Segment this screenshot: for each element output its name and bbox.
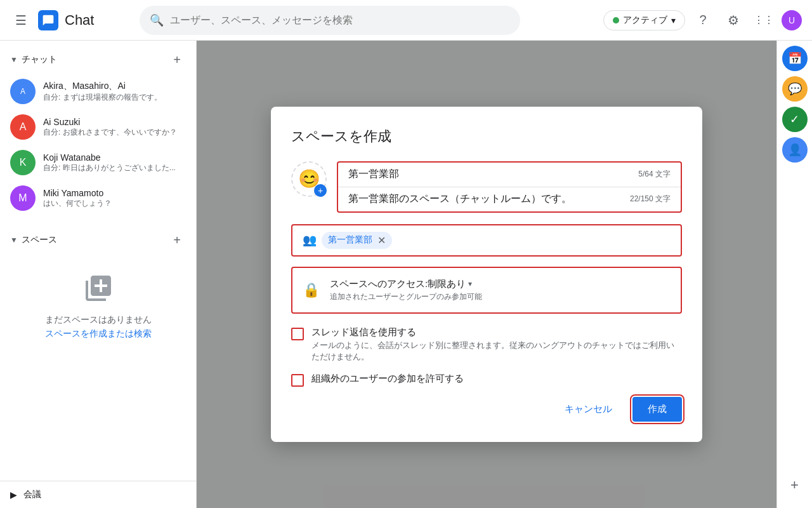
- access-sublabel: 追加されたユーザーとグループのみ参加可能: [330, 291, 671, 302]
- member-chip-label: 第一営業部: [328, 234, 372, 246]
- member-chip-remove-button[interactable]: ✕: [377, 234, 386, 246]
- menu-icon[interactable]: ☰: [10, 8, 32, 33]
- chat-info: Ai Suzuki 自分: お疲れさまです、今いいですか？: [43, 117, 186, 138]
- status-label: アクティブ: [623, 15, 667, 26]
- thread-replies-row: スレッド返信を使用する メールのように、会話がスレッド別に整理されます。従来のハ…: [291, 326, 682, 363]
- right-panel-tasks-icon[interactable]: ✓: [782, 107, 808, 132]
- list-item[interactable]: K Koji Watanabe 自分: 昨日はありがとうございました...: [0, 145, 196, 180]
- header-left: ☰ Chat: [10, 8, 94, 33]
- spaces-empty-link[interactable]: スペースを作成または検索: [45, 328, 152, 340]
- external-users-label-area: 組織外のユーザーの参加を許可する: [311, 373, 464, 385]
- access-dropdown-icon: ▾: [468, 279, 472, 288]
- app-header: ☰ Chat 🔍 アクティブ ▾ ? ⚙ ⋮⋮ U: [0, 0, 812, 41]
- space-name-input[interactable]: [348, 169, 638, 180]
- chats-section: ▼ チャット + A Akira、Masahiro、Ai 自分: まずは現場視察…: [0, 41, 196, 221]
- modal-avatar-area: 😊 +: [291, 161, 327, 197]
- add-chat-button[interactable]: +: [168, 51, 186, 69]
- member-icon: 👥: [303, 233, 317, 247]
- modal-fields: 5/64 文字 22/150 文字: [337, 161, 682, 214]
- thread-replies-label-area: スレッド返信を使用する メールのように、会話がスレッド別に整理されます。従来のハ…: [311, 326, 682, 363]
- status-dot: [613, 17, 619, 23]
- header-right: アクティブ ▾ ? ⚙ ⋮⋮ U: [603, 8, 802, 33]
- spaces-empty-icon: [83, 273, 114, 309]
- thread-replies-checkbox[interactable]: [291, 328, 304, 340]
- spaces-section-label: スペース: [22, 234, 57, 246]
- chat-preview: はい、何でしょう？: [43, 198, 186, 209]
- list-item[interactable]: M Miki Yamamoto はい、何でしょう？: [0, 180, 196, 216]
- search-input[interactable]: [170, 15, 510, 26]
- settings-button[interactable]: ⚙: [721, 8, 746, 33]
- spaces-chevron: ▼: [10, 236, 18, 244]
- thread-replies-sublabel: メールのように、会話がスレッド別に整理されます。従来のハングアウトのチャットでは…: [311, 340, 682, 363]
- sidebar: ▼ チャット + A Akira、Masahiro、Ai 自分: まずは現場視察…: [0, 41, 197, 508]
- right-panel-calendar-icon[interactable]: 📅: [782, 46, 808, 71]
- spaces-section: ▼ スペース + まだスペースはありません スペースを作成または検索: [0, 221, 196, 364]
- chat-name: Akira、Masahiro、Ai: [43, 81, 186, 92]
- chat-preview: 自分: まずは現場視察の報告です。: [43, 92, 186, 103]
- list-item[interactable]: A Ai Suzuki 自分: お疲れさまです、今いいですか？: [0, 109, 196, 145]
- external-users-checkbox[interactable]: [291, 374, 304, 387]
- chat-info: Akira、Masahiro、Ai 自分: まずは現場視察の報告です。: [43, 81, 186, 103]
- modal-title: スペースを作成: [291, 127, 682, 146]
- create-space-modal: スペースを作成 😊 + 5/64 文字: [271, 107, 702, 442]
- help-button[interactable]: ?: [690, 8, 716, 33]
- modal-footer: キャンセル 作成: [291, 397, 682, 422]
- chat-name: Ai Suzuki: [43, 117, 186, 127]
- avatar: M: [10, 185, 36, 211]
- app-logo: [38, 10, 58, 30]
- list-item[interactable]: A Akira、Masahiro、Ai 自分: まずは現場視察の報告です。: [0, 74, 196, 109]
- sidebar-item-meetings[interactable]: ▶ 会議: [0, 481, 196, 508]
- add-space-button[interactable]: +: [168, 231, 186, 249]
- lock-icon: 🔒: [303, 282, 320, 298]
- status-button[interactable]: アクティブ ▾: [603, 10, 685, 30]
- space-description-counter: 22/150 文字: [630, 194, 671, 204]
- modal-overlay: スペースを作成 😊 + 5/64 文字: [197, 41, 776, 508]
- right-panel-chat-icon[interactable]: 💬: [782, 76, 808, 102]
- chats-section-header[interactable]: ▼ チャット +: [0, 46, 196, 74]
- space-name-counter: 5/64 文字: [638, 169, 671, 180]
- access-label[interactable]: スペースへのアクセス:制限あり ▾: [330, 278, 671, 290]
- sidebar-bottom: ▶ 会議: [0, 481, 196, 508]
- main-layout: ▼ チャット + A Akira、Masahiro、Ai 自分: まずは現場視察…: [0, 41, 812, 508]
- status-dropdown-icon: ▾: [671, 15, 676, 25]
- avatar: A: [10, 114, 36, 140]
- space-name-field-box: 5/64 文字 22/150 文字: [337, 161, 682, 213]
- space-name-row: 5/64 文字: [338, 163, 681, 187]
- members-section[interactable]: 👥 第一営業部 ✕: [291, 224, 682, 257]
- modal-avatar-add-button[interactable]: +: [314, 184, 327, 197]
- create-button[interactable]: 作成: [632, 397, 682, 422]
- avatar: K: [10, 150, 36, 175]
- avatar[interactable]: U: [782, 10, 802, 30]
- chats-chevron: ▼: [10, 55, 18, 64]
- spaces-section-header-left: ▼ スペース: [10, 234, 57, 246]
- chat-info: Miki Yamamoto はい、何でしょう？: [43, 188, 186, 209]
- chat-name: Miki Yamamoto: [43, 188, 186, 198]
- chat-info: Koji Watanabe 自分: 昨日はありがとうございました...: [43, 152, 186, 173]
- access-info: スペースへのアクセス:制限あり ▾ 追加されたユーザーとグループのみ参加可能: [330, 278, 671, 302]
- chat-preview: 自分: お疲れさまです、今いいですか？: [43, 127, 186, 138]
- meetings-label: 会議: [23, 489, 41, 500]
- external-users-label: 組織外のユーザーの参加を許可する: [311, 373, 464, 385]
- right-panel-add-button[interactable]: +: [782, 472, 808, 498]
- right-panel-contacts-icon[interactable]: 👤: [782, 137, 808, 163]
- external-users-row: 組織外のユーザーの参加を許可する: [291, 373, 682, 387]
- search-bar[interactable]: 🔍: [140, 6, 520, 35]
- space-description-input[interactable]: [348, 194, 630, 205]
- chat-name: Koji Watanabe: [43, 152, 186, 163]
- spaces-empty-text: まだスペースはありません: [45, 314, 152, 326]
- chevron-right-icon: ▶: [10, 490, 17, 500]
- chats-section-label: チャット: [22, 54, 57, 65]
- spaces-empty: まだスペースはありません スペースを作成または検索: [0, 254, 196, 359]
- space-description-row: 22/150 文字: [338, 187, 681, 211]
- apps-button[interactable]: ⋮⋮: [751, 8, 776, 33]
- access-section: 🔒 スペースへのアクセス:制限あり ▾ 追加されたユーザーとグループのみ参加可能: [291, 267, 682, 314]
- thread-replies-label: スレッド返信を使用する: [311, 326, 682, 338]
- members-input[interactable]: [397, 235, 671, 245]
- avatar: A: [10, 79, 36, 104]
- spaces-section-header[interactable]: ▼ スペース +: [0, 226, 196, 254]
- right-panel: 📅 💬 ✓ 👤 +: [776, 41, 812, 508]
- modal-avatar-placeholder[interactable]: 😊 +: [291, 161, 327, 197]
- center-area: スペースを作成 😊 + 5/64 文字: [197, 41, 776, 508]
- modal-top-section: 😊 + 5/64 文字 22/150 文字: [291, 161, 682, 214]
- cancel-button[interactable]: キャンセル: [552, 397, 625, 422]
